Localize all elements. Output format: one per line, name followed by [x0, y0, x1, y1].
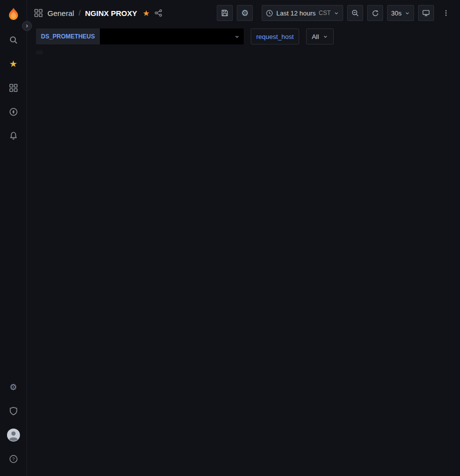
breadcrumb-separator: / [78, 9, 80, 17]
compass-icon [9, 107, 18, 116]
datasource-variable-label: DS_PROMETHEUS [36, 28, 100, 44]
tv-mode-button[interactable] [418, 5, 434, 21]
top-nav: General / NGINX PROXY ★ ⚙ [27, 0, 460, 26]
request-host-select[interactable]: All [306, 28, 333, 44]
breadcrumb-folder[interactable]: General [47, 9, 74, 17]
more-options-button[interactable] [438, 5, 454, 21]
favorite-star-icon[interactable]: ★ [142, 8, 149, 18]
svg-text:?: ? [12, 456, 14, 462]
bell-icon [9, 131, 18, 140]
shield-icon [9, 407, 18, 416]
monitor-icon [422, 9, 430, 17]
chevron-down-icon [405, 10, 410, 16]
share-icon[interactable] [154, 9, 162, 17]
time-range-label: Last 12 hours [276, 9, 316, 17]
sidebar: ★ ⚙ [0, 0, 27, 476]
sidebar-help-button[interactable]: ? [4, 450, 22, 468]
refresh-interval-label: 30s [391, 9, 402, 17]
chevron-down-icon [334, 10, 339, 16]
request-host-variable-label[interactable]: request_host [251, 28, 299, 44]
gear-icon: ⚙ [241, 9, 249, 17]
time-range-picker[interactable]: Last 12 hours CST [262, 5, 343, 21]
row-1xx-3xx-2xx[interactable]: 1xx - 3xx - 2xx Status Code ............… [36, 50, 43, 54]
dashboard-settings-button[interactable]: ⚙ [237, 5, 253, 21]
grafana-logo[interactable] [5, 6, 22, 23]
request-host-value: All [312, 33, 319, 40]
refresh-button[interactable] [367, 5, 383, 21]
save-icon [221, 9, 229, 17]
datasource-select[interactable] [100, 28, 244, 44]
dashboard-toolbar: ⚙ Last 12 hours CST [217, 5, 454, 21]
sidebar-alerting-button[interactable] [4, 127, 22, 145]
clock-icon [266, 9, 273, 17]
zoom-out-time-button[interactable] [347, 5, 363, 21]
refresh-icon [372, 9, 379, 17]
sidebar-explore-button[interactable] [4, 103, 22, 121]
refresh-interval-picker[interactable]: 30s [387, 5, 414, 21]
timezone-label: CST [319, 9, 331, 16]
grafana-flame-icon [6, 7, 21, 22]
sidebar-configuration-button[interactable]: ⚙ [4, 378, 22, 396]
zoom-out-icon [351, 9, 359, 17]
sidebar-bottom-group: ⚙ ? [4, 375, 22, 471]
dashboard-icon [34, 8, 43, 17]
datasource-variable: DS_PROMETHEUS [36, 28, 244, 44]
sidebar-starred-button[interactable]: ★ [4, 55, 22, 73]
star-icon: ★ [9, 58, 17, 69]
sidebar-server-admin-button[interactable] [4, 402, 22, 420]
sidebar-dashboards-button[interactable] [4, 79, 22, 97]
dashboard-body: 1xx - 3xx - 2xx Status Code ............… [27, 47, 43, 54]
chevron-down-icon [234, 34, 240, 39]
dashboard-title: NGINX PROXY [85, 9, 137, 17]
sidebar-search-button[interactable] [4, 31, 22, 49]
apps-grid-icon [9, 83, 18, 92]
breadcrumb: General / NGINX PROXY ★ [34, 8, 162, 18]
sidebar-user-button[interactable] [4, 426, 22, 444]
main-area: General / NGINX PROXY ★ ⚙ [27, 0, 460, 476]
save-dashboard-button[interactable] [217, 5, 233, 21]
gear-icon: ⚙ [9, 383, 17, 392]
dashboard-submenu: DS_PROMETHEUS request_host All [27, 26, 460, 47]
sidebar-expand-button[interactable] [22, 21, 32, 31]
user-avatar [7, 429, 20, 442]
kebab-menu-icon [443, 9, 450, 17]
chevron-right-icon [24, 23, 29, 28]
help-icon: ? [9, 455, 18, 464]
search-icon [9, 35, 18, 44]
chevron-down-icon [323, 34, 328, 39]
